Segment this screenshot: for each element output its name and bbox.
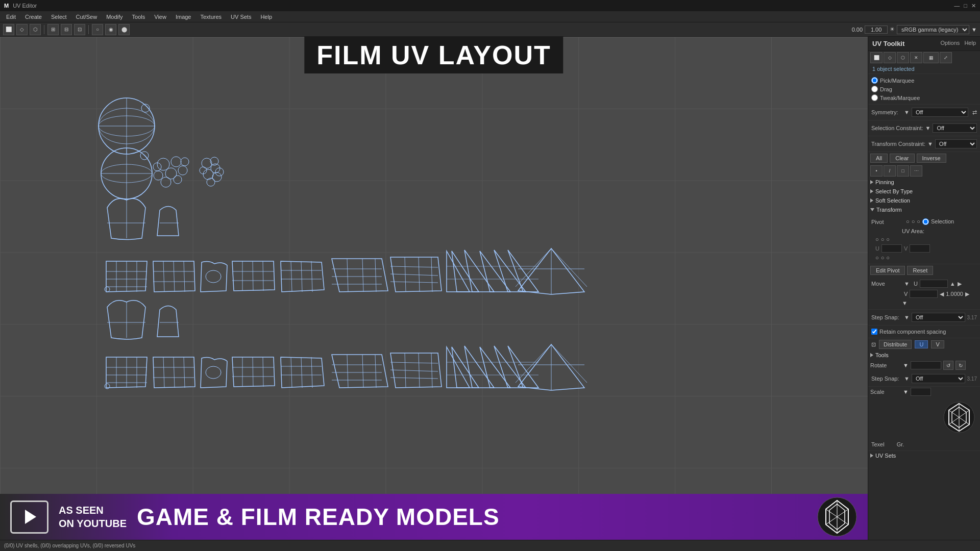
tool-btn-select[interactable]: ⬜ [870, 52, 883, 63]
sel-uv-btn[interactable]: ⋯ [910, 165, 922, 177]
pivot-selection-radio[interactable] [922, 218, 929, 225]
move-u-down-icon[interactable]: ▶ [958, 281, 962, 287]
pivot-radio-row2-2[interactable]: ○ [881, 236, 885, 242]
pivot-radio-row3-3[interactable]: ○ [886, 255, 890, 261]
tool-btn-hex[interactable]: ⬡ [897, 52, 909, 63]
pivot-radio-2[interactable]: ○ [912, 218, 915, 225]
toolbar-btn-6[interactable]: ⊡ [74, 24, 85, 35]
reset-button[interactable]: Reset [907, 266, 933, 275]
drag-radio[interactable] [871, 86, 878, 92]
retain-spacing-checkbox[interactable] [871, 329, 877, 335]
toolbar-btn-5[interactable]: ⊟ [61, 24, 72, 35]
tweak-marquee-radio[interactable] [871, 94, 878, 101]
maximize-button[interactable]: □ [964, 3, 967, 9]
menu-modify[interactable]: Modify [102, 13, 127, 21]
options-link[interactable]: Options [940, 40, 960, 46]
edit-pivot-button[interactable]: Edit Pivot [870, 266, 905, 275]
transform-constraint-select[interactable]: Off [935, 139, 977, 148]
pick-marquee-radio[interactable] [871, 77, 878, 84]
gamma-input[interactable] [865, 26, 888, 34]
sel-edge-btn[interactable]: / [884, 165, 896, 177]
svg-point-12 [171, 157, 181, 167]
svg-line-102 [390, 378, 438, 379]
svg-point-18 [181, 158, 189, 166]
pivot-u-input[interactable] [881, 244, 902, 253]
tool-btn-cross[interactable]: ✕ [910, 52, 922, 63]
film-title-overlay: FILM UV LAYOUT [304, 37, 563, 73]
play-button[interactable] [10, 500, 48, 534]
move-v-right-icon[interactable]: ▶ [965, 291, 969, 297]
menu-help[interactable]: Help [256, 13, 276, 21]
gamma-select[interactable]: sRGB gamma (legacy) [897, 25, 969, 34]
tool-btn-resize[interactable]: ⤢ [940, 52, 952, 63]
select-by-type-section-header[interactable]: Select By Type [868, 187, 980, 196]
help-link[interactable]: Help [964, 40, 976, 46]
pivot-radio-row3-1[interactable]: ○ [875, 255, 879, 261]
rotate-ccw-button[interactable]: ↺ [943, 361, 953, 370]
close-button[interactable]: ✕ [971, 3, 976, 9]
svg-line-40 [174, 261, 175, 292]
svg-line-41 [184, 261, 185, 292]
menu-image[interactable]: Image [172, 13, 195, 21]
toolbar-btn-2[interactable]: ◇ [16, 24, 28, 35]
scale-value-input[interactable]: 2. [911, 388, 931, 396]
pivot-radio-1[interactable]: ○ [906, 218, 910, 225]
menu-edit[interactable]: Edit [2, 13, 20, 21]
distribute-v-button[interactable]: V [931, 340, 944, 348]
sel-constraint-select[interactable]: Off [933, 123, 977, 133]
step-snap-dropdown-icon: ▼ [904, 314, 910, 320]
clear-button[interactable]: Clear [890, 154, 914, 163]
menu-select[interactable]: Select [47, 13, 71, 21]
menu-view[interactable]: View [150, 13, 170, 21]
toolbar-btn-9[interactable]: ⬤ [118, 24, 130, 35]
transform-constraint-section: Transform Constraint: ▼ Off [868, 136, 980, 152]
menu-uv-sets[interactable]: UV Sets [227, 13, 255, 21]
rotate-cw-button[interactable]: ↻ [955, 361, 966, 370]
symmetry-select[interactable]: Off [912, 108, 968, 117]
pinning-section-header[interactable]: Pinning [868, 178, 980, 187]
uv-canvas[interactable]: FILM UV LAYOUT [0, 37, 868, 540]
move-v-left-icon[interactable]: ◀ [940, 291, 944, 297]
menu-create[interactable]: Create [21, 13, 46, 21]
toolbar-btn-4[interactable]: ⊞ [47, 24, 59, 35]
pivot-radio-3[interactable]: ○ [917, 218, 920, 225]
sel-vertex-btn[interactable]: • [870, 165, 883, 177]
distribute-u-button[interactable]: U [915, 340, 928, 348]
pivot-label: Pivot [871, 219, 902, 225]
svg-line-52 [311, 261, 312, 292]
selection-pivot-label: Selection [931, 218, 954, 225]
pivot-radio-row3-2[interactable]: ○ [881, 255, 885, 261]
sel-face-btn[interactable]: □ [897, 165, 909, 177]
svg-point-15 [178, 166, 187, 175]
uv-sets-section-header[interactable]: UV Sets [868, 451, 980, 460]
move-v-input[interactable]: 0.0000 [910, 290, 938, 298]
menu-tools[interactable]: Tools [128, 13, 150, 21]
step-snap-select[interactable]: Off [912, 313, 965, 322]
rotate-value-input[interactable]: 90.0000 [911, 361, 941, 369]
distribute-button[interactable]: Distribute [879, 340, 912, 349]
transform-section-header[interactable]: Transform [868, 205, 980, 214]
menu-cut-sew[interactable]: Cut/Sew [72, 13, 102, 21]
inverse-button[interactable]: Inverse [917, 154, 946, 163]
app-icon: M [4, 3, 9, 9]
toolbar-btn-8[interactable]: ◉ [105, 24, 116, 35]
tools-section-header[interactable]: Tools [868, 350, 980, 360]
rotate-step-snap-select[interactable]: Off [912, 374, 965, 383]
move-u-up-icon[interactable]: ▲ [950, 281, 955, 287]
minimize-button[interactable]: — [954, 3, 960, 9]
tool-btn-layout[interactable]: ▦ [923, 52, 939, 63]
brand-logo [817, 496, 857, 537]
pivot-radio-row2-1[interactable]: ○ [875, 236, 879, 242]
soft-selection-section-header[interactable]: Soft Selection [868, 196, 980, 205]
toolbar-btn-1[interactable]: ⬜ [3, 24, 14, 35]
move-u-input[interactable]: 0.0000 [920, 280, 948, 288]
toolbar-btn-7[interactable]: ○ [92, 24, 103, 35]
pivot-radio-row2-3[interactable]: ○ [886, 236, 890, 242]
all-button[interactable]: All [870, 154, 888, 163]
tool-btn-diamond[interactable]: ◇ [884, 52, 896, 63]
svg-line-100 [390, 362, 438, 363]
move-down-icon[interactable]: ▼ [871, 300, 908, 306]
toolbar-btn-3[interactable]: ⬡ [30, 24, 41, 35]
pivot-v-input[interactable] [910, 244, 930, 253]
menu-textures[interactable]: Textures [196, 13, 226, 21]
